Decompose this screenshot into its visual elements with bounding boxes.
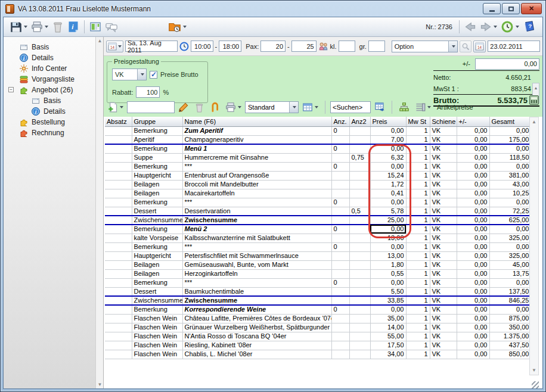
cell-anz[interactable]: 0: [331, 162, 349, 171]
cell-absatz[interactable]: [105, 153, 132, 162]
cell-schiene[interactable]: VK: [430, 189, 457, 198]
cell-schiene[interactable]: VK: [430, 126, 457, 135]
cell-preis[interactable]: 34,00: [370, 350, 406, 359]
report-button[interactable]: [88, 20, 103, 34]
cell-absatz[interactable]: [105, 350, 132, 359]
history-button[interactable]: [499, 19, 521, 35]
cell-schiene[interactable]: VK: [430, 225, 457, 234]
cell-gruppe[interactable]: Dessert: [132, 287, 182, 296]
sidebar-item-basis[interactable]: Basis: [4, 42, 103, 52]
option-date-field[interactable]: 23.02.2011: [488, 41, 540, 52]
column-header-4[interactable]: Anz2: [349, 117, 370, 126]
cell-anz[interactable]: [331, 234, 349, 242]
cell-name[interactable]: Herzoginkartoffeln: [182, 269, 331, 278]
cell-absatz[interactable]: [105, 234, 132, 242]
cell-name[interactable]: ***: [182, 242, 331, 251]
cell-gruppe[interactable]: Flaschen Wein: [132, 323, 182, 332]
edit-row-button[interactable]: [176, 101, 191, 114]
cell-anz2[interactable]: [349, 332, 370, 341]
sort-button[interactable]: [413, 101, 433, 114]
cell-anz2[interactable]: [349, 323, 370, 332]
cell-anz2[interactable]: [349, 314, 370, 323]
cell-gesamt[interactable]: 45,00: [489, 260, 531, 269]
cell-gesamt[interactable]: 850,00: [489, 350, 531, 359]
cell-schiene[interactable]: VK: [430, 332, 457, 341]
cell-schiene[interactable]: VK: [430, 269, 457, 278]
cell-mwst[interactable]: 1: [406, 216, 430, 225]
cell-preis[interactable]: 0,00: [370, 126, 406, 135]
cell-anz2[interactable]: [349, 260, 370, 269]
cell-mwst[interactable]: 1: [406, 296, 430, 305]
cell-mwst[interactable]: 1: [406, 234, 430, 242]
time-from-field[interactable]: 10:00: [191, 41, 213, 52]
cell-anz2[interactable]: [349, 305, 370, 314]
cell-schiene[interactable]: VK: [430, 153, 457, 162]
cell-anz[interactable]: [331, 332, 349, 341]
cell-preis[interactable]: 55,00: [370, 332, 406, 341]
cell-gruppe[interactable]: Beilagen: [132, 260, 182, 269]
cell-plus-minus[interactable]: 0,00: [457, 144, 489, 153]
cell-anz[interactable]: [331, 135, 349, 144]
gr-field[interactable]: [368, 41, 385, 52]
cell-anz[interactable]: [331, 216, 349, 225]
cell-schiene[interactable]: VK: [430, 144, 457, 153]
rabatt-field[interactable]: 100: [136, 86, 160, 98]
column-header-3[interactable]: Anz.: [331, 117, 349, 126]
cell-anz2[interactable]: [349, 189, 370, 198]
status-combobox[interactable]: Option: [392, 41, 458, 52]
event-date-field[interactable]: Sa, 13. Aug 2011: [125, 41, 178, 52]
print-rows-button[interactable]: [224, 101, 243, 114]
cell-plus-minus[interactable]: 0,00: [457, 350, 489, 359]
sidebar-item-bestellung[interactable]: Bestellung: [4, 117, 103, 127]
status-dropdown[interactable]: [448, 41, 457, 52]
cell-schiene[interactable]: VK: [430, 207, 457, 216]
cell-gesamt[interactable]: 0,00: [489, 242, 531, 251]
cell-gruppe[interactable]: kalte Vorspeise: [132, 234, 182, 242]
cell-gruppe[interactable]: Bemerkung: [132, 225, 182, 234]
sidebar-item-basis[interactable]: Basis: [4, 95, 103, 106]
calculator-icon[interactable]: [529, 95, 539, 105]
date-dropdown[interactable]: [118, 45, 122, 48]
cell-mwst[interactable]: 1: [406, 332, 430, 341]
cell-absatz[interactable]: [105, 260, 132, 269]
cell-name[interactable]: Zwischensumme: [182, 216, 331, 225]
cell-preis[interactable]: 33,85: [370, 296, 406, 305]
cell-absatz[interactable]: [105, 242, 132, 251]
cell-mwst[interactable]: 1: [406, 278, 430, 287]
cell-gruppe[interactable]: Hauptgericht: [132, 171, 182, 180]
cell-plus-minus[interactable]: 0,00: [457, 341, 489, 350]
cell-schiene[interactable]: VK: [430, 341, 457, 350]
cell-mwst[interactable]: 1: [406, 198, 430, 207]
grid-settings-button[interactable]: [300, 101, 320, 114]
cell-preis[interactable]: 6,32: [370, 153, 406, 162]
cell-plus-minus[interactable]: 0,00: [457, 251, 489, 260]
view-dropdown[interactable]: [289, 102, 298, 113]
cell-plus-minus[interactable]: 0,00: [457, 153, 489, 162]
tree-expander-icon[interactable]: −: [8, 87, 14, 92]
cell-gesamt[interactable]: 43,00: [489, 180, 531, 189]
sidebar-item-rechnung[interactable]: Rechnung: [4, 127, 103, 138]
cell-schiene[interactable]: VK: [430, 234, 457, 242]
grid-scrollbar[interactable]: ▲ ▼: [529, 117, 539, 375]
cell-plus-minus[interactable]: 0,00: [457, 216, 489, 225]
grid-export-button[interactable]: [373, 101, 387, 114]
cell-schiene[interactable]: VK: [430, 162, 457, 171]
sidebar-item-vorgangsliste[interactable]: Vorgangsliste: [4, 74, 103, 85]
cell-name[interactable]: ***: [182, 162, 331, 171]
quick-entry-input[interactable]: [127, 101, 175, 113]
cell-mwst[interactable]: 1: [406, 153, 430, 162]
cell-gruppe[interactable]: Hauptgericht: [132, 251, 182, 260]
cell-plus-minus[interactable]: 0,00: [457, 207, 489, 216]
cell-gruppe[interactable]: Flaschen Wein: [132, 314, 182, 323]
pax-to-field[interactable]: 25: [291, 41, 317, 52]
cell-schiene[interactable]: VK: [430, 216, 457, 225]
cell-anz[interactable]: [331, 171, 349, 180]
cell-plus-minus[interactable]: 0,00: [457, 287, 489, 296]
grid-settings-dropdown[interactable]: [315, 106, 318, 108]
column-header-9[interactable]: Gesamt: [489, 117, 531, 126]
cell-anz[interactable]: 0: [331, 225, 349, 234]
cell-plus-minus[interactable]: 0,00: [457, 269, 489, 278]
cell-name[interactable]: Dessertvaration: [182, 207, 331, 216]
cell-anz[interactable]: 0: [331, 126, 349, 135]
column-header-2[interactable]: Name (F6): [182, 117, 331, 126]
